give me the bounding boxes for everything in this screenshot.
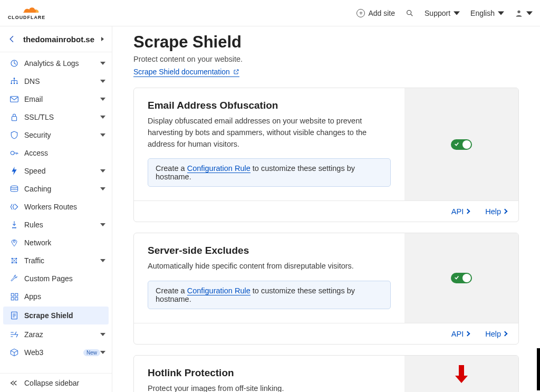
card-hotlink-protection: Hotlink Protection Protect your images f…	[133, 355, 519, 392]
add-site-button[interactable]: + Add site	[356, 9, 395, 17]
svg-rect-19	[15, 293, 17, 296]
annotation-arrow-icon	[455, 365, 468, 383]
sidebar-item-rules[interactable]: Rules	[0, 216, 112, 234]
sidebar-item-apps[interactable]: Apps	[0, 288, 112, 305]
card-server-side-excludes: Server-side Excludes Automatically hide …	[133, 233, 519, 345]
new-badge: New	[83, 349, 100, 356]
support-dropdown[interactable]: Support	[425, 9, 460, 17]
sidebar-item-label: Zaraz	[24, 330, 100, 339]
api-link[interactable]: API	[451, 330, 469, 338]
check-icon	[454, 275, 459, 280]
card-description: Protect your images from off-site linkin…	[148, 383, 391, 392]
scrollbar-fragment	[537, 348, 540, 390]
chevron-down-icon	[100, 350, 105, 355]
sidebar-item-workers[interactable]: Workers Routes	[0, 198, 112, 216]
sidebar-item-web3[interactable]: Web3 New	[0, 343, 112, 361]
sidebar-item-label: Email	[24, 95, 100, 103]
analytics-icon	[9, 59, 19, 68]
chevron-down-icon	[100, 168, 105, 174]
sidebar-item-network[interactable]: Network	[0, 234, 112, 252]
sidebar-item-label: Apps	[24, 292, 105, 301]
card-footer: API Help	[134, 323, 518, 344]
configuration-rule-link[interactable]: Configuration Rule	[187, 286, 250, 295]
caret-right-icon	[503, 209, 508, 214]
card-title: Server-side Excludes	[148, 245, 391, 256]
sidebar-item-access[interactable]: Access	[0, 144, 112, 162]
svg-rect-21	[15, 297, 17, 300]
workers-icon	[9, 202, 19, 212]
email-icon	[9, 94, 19, 104]
pin-icon	[9, 238, 19, 247]
toggle-server-side-excludes[interactable]	[451, 273, 472, 283]
help-link[interactable]: Help	[485, 330, 507, 338]
zaraz-icon	[9, 330, 19, 339]
svg-point-12	[11, 186, 17, 188]
chevron-down-icon	[100, 114, 105, 120]
sidebar-item-label: Speed	[24, 167, 100, 175]
sidebar-item-zaraz[interactable]: Zaraz	[0, 326, 112, 343]
nav-list: Analytics & Logs DNS Email SSL/TLS Secur…	[0, 52, 112, 373]
caret-down-icon	[498, 10, 504, 16]
caret-down-icon	[454, 10, 460, 16]
svg-rect-10	[12, 117, 16, 121]
main-content: Scrape Shield Protect content on your we…	[112, 26, 540, 392]
svg-point-8	[14, 78, 15, 79]
traffic-icon	[9, 256, 19, 265]
sidebar-item-traffic[interactable]: Traffic	[0, 252, 112, 270]
sidebar-item-label: Analytics & Logs	[24, 59, 100, 68]
caret-down-icon	[526, 10, 533, 16]
card-email-obfuscation: Email Address Obfuscation Display obfusc…	[133, 88, 519, 222]
sidebar-item-custompages[interactable]: Custom Pages	[0, 270, 112, 288]
sidebar-item-label: Rules	[24, 221, 100, 229]
sidebar-item-label: Web3	[24, 348, 81, 357]
documentation-link[interactable]: Scrape Shield documentation	[133, 68, 239, 77]
svg-point-14	[12, 258, 13, 260]
api-link[interactable]: API	[451, 207, 469, 216]
configuration-rule-hint: Create a Configuration Rule to customize…	[148, 158, 391, 187]
caret-right-icon	[101, 36, 105, 42]
chevron-down-icon	[100, 79, 105, 84]
sidebar-item-caching[interactable]: Caching	[0, 180, 112, 198]
topbar-right: + Add site Support English	[356, 9, 533, 17]
domain-selector[interactable]: thedomainrobot.se	[0, 26, 112, 52]
language-dropdown[interactable]: English	[470, 9, 504, 17]
back-arrow-icon[interactable]	[7, 34, 17, 44]
document-icon	[9, 311, 19, 320]
caret-right-icon	[465, 331, 470, 337]
sidebar-item-security[interactable]: Security	[0, 126, 112, 144]
sidebar-item-analytics[interactable]: Analytics & Logs	[0, 54, 112, 72]
collapse-sidebar-button[interactable]: Collapse sidebar	[0, 373, 112, 392]
help-link[interactable]: Help	[485, 207, 507, 216]
sidebar-item-speed[interactable]: Speed	[0, 162, 112, 180]
lock-icon	[9, 112, 19, 122]
rules-icon	[9, 220, 19, 230]
sidebar-item-email[interactable]: Email	[0, 90, 112, 108]
shield-icon	[9, 130, 19, 140]
configuration-rule-hint: Create a Configuration Rule to customize…	[148, 281, 391, 309]
sidebar-item-label: Access	[24, 149, 105, 157]
account-dropdown[interactable]	[515, 9, 533, 17]
configuration-rule-link[interactable]: Configuration Rule	[187, 164, 250, 173]
database-icon	[9, 184, 19, 194]
add-site-label: Add site	[368, 9, 395, 17]
plus-circle-icon: +	[356, 9, 365, 17]
caret-right-icon	[503, 331, 508, 337]
sidebar-item-scrapeshield[interactable]: Scrape Shield	[3, 307, 109, 324]
chevron-down-icon	[100, 97, 105, 102]
sidebar-item-ssl[interactable]: SSL/TLS	[0, 108, 112, 126]
page-title: Scrape Shield	[133, 33, 519, 52]
chevron-down-icon	[100, 258, 105, 263]
chevron-down-icon	[100, 132, 105, 138]
sidebar-item-dns[interactable]: DNS	[0, 72, 112, 90]
apps-icon	[9, 292, 19, 301]
svg-point-5	[11, 83, 12, 84]
svg-rect-9	[11, 97, 18, 102]
cloudflare-logo[interactable]: CLOUDFLARE	[7, 5, 55, 21]
search-button[interactable]	[406, 9, 414, 17]
svg-point-1	[407, 10, 411, 14]
wrench-icon	[9, 274, 19, 283]
language-label: English	[470, 9, 495, 17]
toggle-email-obfuscation[interactable]	[451, 139, 472, 150]
sidebar-item-label: Network	[24, 238, 105, 247]
sidebar-item-label: Scrape Shield	[24, 311, 102, 320]
